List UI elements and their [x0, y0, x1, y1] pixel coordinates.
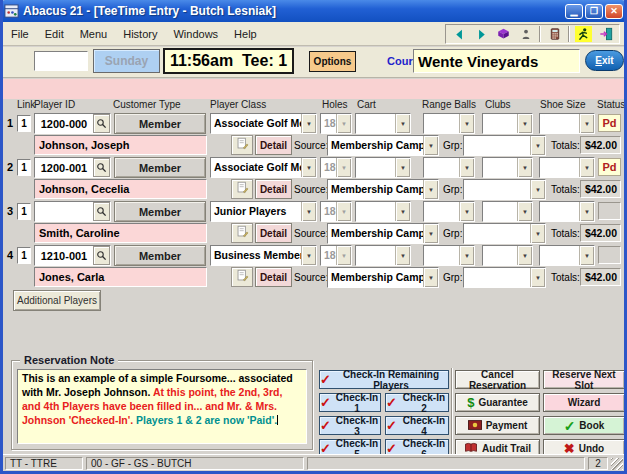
- group-select[interactable]: ▼: [463, 179, 546, 200]
- customer-type-button[interactable]: Member: [114, 113, 206, 134]
- search-icon-button[interactable]: [93, 246, 110, 265]
- cart-select[interactable]: ▼: [355, 245, 411, 266]
- player-id-input[interactable]: [35, 114, 93, 133]
- shoe-size-select[interactable]: ▼: [539, 245, 595, 266]
- cart-select[interactable]: ▼: [355, 201, 411, 222]
- book-button[interactable]: ✓Book: [543, 416, 625, 435]
- chevron-down-icon[interactable]: ▼: [301, 202, 316, 221]
- range-balls-select[interactable]: ▼: [423, 113, 475, 134]
- search-icon-button[interactable]: [93, 202, 110, 221]
- chevron-down-icon[interactable]: ▼: [579, 202, 594, 221]
- menu-menu[interactable]: Menu: [72, 25, 116, 43]
- chevron-down-icon[interactable]: ▼: [301, 246, 316, 265]
- chevron-down-icon[interactable]: ▼: [517, 246, 532, 265]
- chevron-down-icon[interactable]: ▼: [579, 246, 594, 265]
- chevron-down-icon[interactable]: ▼: [423, 136, 438, 155]
- chevron-down-icon[interactable]: ▼: [395, 114, 410, 133]
- chevron-down-icon[interactable]: ▼: [459, 246, 474, 265]
- forward-arrow-icon[interactable]: [473, 26, 490, 42]
- cart-select[interactable]: ▼: [355, 113, 411, 134]
- player-id-input[interactable]: [35, 158, 93, 177]
- notes-icon-button[interactable]: [231, 135, 253, 155]
- player-name-field[interactable]: [34, 223, 207, 243]
- detail-button[interactable]: Detail: [255, 267, 292, 287]
- player-id-input[interactable]: [35, 202, 93, 221]
- shoe-size-select[interactable]: ▼: [539, 201, 595, 222]
- player-name-field[interactable]: [34, 267, 207, 287]
- source-select[interactable]: Membership Campa▼: [327, 223, 439, 244]
- player-class-select[interactable]: Junior Players▼: [210, 201, 317, 222]
- group-select[interactable]: ▼: [463, 267, 546, 288]
- player-name-field[interactable]: [34, 135, 207, 155]
- chevron-down-icon[interactable]: ▼: [395, 158, 410, 177]
- source-select[interactable]: Membership Campa▼: [327, 267, 439, 288]
- menu-edit[interactable]: Edit: [37, 25, 72, 43]
- group-select[interactable]: ▼: [463, 135, 546, 156]
- chevron-down-icon[interactable]: ▼: [530, 224, 545, 243]
- date-input[interactable]: [34, 51, 88, 71]
- chevron-down-icon[interactable]: ▼: [517, 158, 532, 177]
- checkin-runner-icon[interactable]: [575, 26, 592, 42]
- search-icon-button[interactable]: [93, 158, 110, 177]
- back-arrow-icon[interactable]: [451, 26, 468, 42]
- wizard-button[interactable]: Wizard: [543, 393, 625, 412]
- chevron-down-icon[interactable]: ▼: [517, 114, 532, 133]
- source-select[interactable]: Membership Campa▼: [327, 179, 439, 200]
- payment-button[interactable]: Payment: [455, 416, 540, 435]
- chevron-down-icon[interactable]: ▼: [530, 180, 545, 199]
- user-icon[interactable]: [517, 26, 534, 42]
- clubs-select[interactable]: ▼: [482, 245, 533, 266]
- customer-type-button[interactable]: Member: [114, 201, 206, 222]
- notes-icon-button[interactable]: [231, 267, 253, 287]
- chevron-down-icon[interactable]: ▼: [423, 268, 438, 287]
- cart-select[interactable]: ▼: [355, 157, 411, 178]
- menu-history[interactable]: History: [115, 25, 165, 43]
- customer-type-button[interactable]: Member: [114, 157, 206, 178]
- minimize-button[interactable]: ▁: [565, 4, 583, 19]
- group-select[interactable]: ▼: [463, 223, 546, 244]
- chevron-down-icon[interactable]: ▼: [579, 158, 594, 177]
- day-button[interactable]: Sunday: [93, 49, 160, 73]
- range-balls-select[interactable]: ▼: [423, 245, 475, 266]
- exit-button[interactable]: Exit: [585, 50, 624, 71]
- clubs-select[interactable]: ▼: [482, 157, 533, 178]
- guarantee-button[interactable]: $Guarantee: [455, 393, 540, 412]
- purple-book-icon[interactable]: [495, 26, 512, 42]
- shoe-size-select[interactable]: ▼: [539, 157, 595, 178]
- player-name-field[interactable]: [34, 179, 207, 199]
- chevron-down-icon[interactable]: ▼: [395, 202, 410, 221]
- additional-players-button[interactable]: Additional Players: [13, 290, 101, 311]
- detail-button[interactable]: Detail: [255, 223, 292, 243]
- reserve-next-slot-button[interactable]: Reserve Next Slot: [543, 370, 625, 389]
- detail-button[interactable]: Detail: [255, 135, 292, 155]
- player-class-select[interactable]: Associate Golf Membe▼: [210, 113, 317, 134]
- exit-door-icon[interactable]: [597, 26, 614, 42]
- player-id-input[interactable]: [35, 246, 93, 265]
- options-button[interactable]: Options: [309, 51, 356, 72]
- checkin-2-button[interactable]: ✓Check-In 2: [385, 393, 449, 412]
- customer-type-button[interactable]: Member: [114, 245, 206, 266]
- restore-button[interactable]: ❐: [585, 4, 603, 19]
- clubs-select[interactable]: ▼: [482, 201, 533, 222]
- chevron-down-icon[interactable]: ▼: [459, 202, 474, 221]
- shoe-size-select[interactable]: ▼: [539, 113, 595, 134]
- resize-grip[interactable]: [611, 458, 623, 470]
- chevron-down-icon[interactable]: ▼: [301, 158, 316, 177]
- notes-icon-button[interactable]: [231, 179, 253, 199]
- chevron-down-icon[interactable]: ▼: [395, 246, 410, 265]
- range-balls-select[interactable]: ▼: [423, 201, 475, 222]
- menu-windows[interactable]: Windows: [165, 25, 226, 43]
- chevron-down-icon[interactable]: ▼: [459, 114, 474, 133]
- chevron-down-icon[interactable]: ▼: [579, 114, 594, 133]
- checkin-4-button[interactable]: ✓Check-In 4: [385, 416, 449, 435]
- checkin-1-button[interactable]: ✓Check-In 1: [319, 393, 381, 412]
- menu-file[interactable]: File: [3, 25, 37, 43]
- course-field[interactable]: [413, 49, 580, 73]
- checkin-remaining-button[interactable]: ✓Check-In Remaining Players: [319, 370, 449, 389]
- chevron-down-icon[interactable]: ▼: [423, 224, 438, 243]
- chevron-down-icon[interactable]: ▼: [530, 136, 545, 155]
- search-icon-button[interactable]: [93, 114, 110, 133]
- detail-button[interactable]: Detail: [255, 179, 292, 199]
- chevron-down-icon[interactable]: ▼: [530, 268, 545, 287]
- chevron-down-icon[interactable]: ▼: [459, 158, 474, 177]
